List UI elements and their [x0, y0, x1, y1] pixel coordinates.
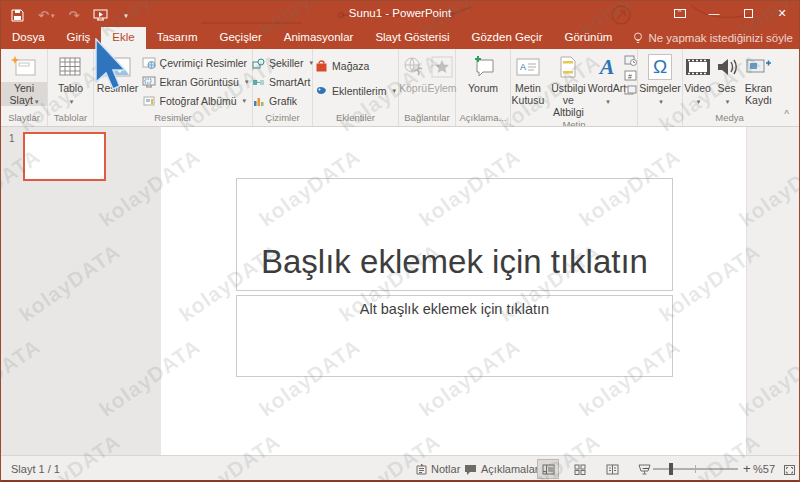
new-slide-button[interactable]: Yeni Slayt▾	[1, 49, 47, 111]
store-button[interactable]: Mağaza	[315, 58, 396, 74]
smartart-button[interactable]: SmartArt	[252, 74, 313, 90]
group-label: Medya	[683, 111, 776, 126]
subtitle-placeholder-text: Alt başlık eklemek için tıklatın	[237, 296, 672, 317]
slide-counter: Slayt 1 / 1	[11, 463, 60, 475]
header-footer-icon	[559, 54, 577, 80]
subtitle-placeholder[interactable]: Alt başlık eklemek için tıklatın	[236, 295, 673, 377]
ribbon: Yeni Slayt▾ Slaytlar Tablo▾ Tablolar Res…	[1, 49, 799, 127]
wordart-button[interactable]: A WordArt▾	[592, 49, 622, 118]
object-icon[interactable]	[624, 85, 637, 96]
zoom-in-button[interactable]: +	[743, 461, 751, 476]
tab-giris[interactable]: Giriş	[56, 27, 102, 49]
zoom-slider-center-tick	[695, 465, 696, 473]
slide-thumbnail-panel: 1	[1, 127, 161, 455]
screen-recording-icon	[746, 54, 772, 80]
reading-view-button[interactable]	[601, 459, 623, 479]
my-addins-button[interactable]: Eklentilerim▾	[315, 83, 396, 99]
group-resimler: Resimler Çevrimiçi Resimler Ekran Görünt…	[94, 49, 253, 126]
tab-ekle[interactable]: Ekle	[101, 27, 145, 49]
redo-button[interactable]: ↷	[68, 9, 79, 22]
tab-gozden-gecir[interactable]: Gözden Geçir	[461, 27, 554, 49]
comments-button[interactable]: Açıklamalar	[464, 460, 538, 478]
start-slideshow-button[interactable]	[93, 9, 108, 21]
normal-view-button[interactable]	[537, 459, 559, 479]
ribbon-display-options-button[interactable]	[663, 1, 697, 25]
powerpoint-window: ↶▾ ↷ ▾ Sunu1 - PowerPoint — ✕ Dosya Giri…	[0, 0, 800, 482]
maximize-button[interactable]	[731, 1, 765, 25]
slide-thumbnail[interactable]	[23, 132, 106, 181]
slide-canvas[interactable]: Başlık eklemek için tıklatın Alt başlık …	[161, 127, 746, 455]
lightbulb-icon	[633, 32, 643, 45]
svg-text:A: A	[520, 62, 526, 72]
hyperlink-button: Köprü	[399, 49, 427, 111]
group-metin: A Metin Kutusu Üstbilgi ve Altbilgi A Wo…	[511, 49, 638, 126]
group-label: Slaytlar	[1, 111, 47, 126]
chart-button[interactable]: Grafik	[252, 93, 313, 109]
close-button[interactable]: ✕	[765, 1, 799, 25]
textbox-button[interactable]: A Metin Kutusu	[511, 49, 545, 118]
group-simgeler: Ω Simgeler▾	[638, 49, 683, 126]
shapes-button[interactable]: Şekiller▾	[252, 55, 313, 71]
symbols-button[interactable]: Ω Simgeler▾	[639, 49, 680, 111]
title-placeholder-text: Başlık eklemek için tıklatın	[261, 243, 648, 290]
undo-button[interactable]: ↶▾	[38, 9, 54, 22]
group-label: Eklentiler	[313, 111, 398, 126]
slide-number-icon[interactable]: #	[624, 70, 637, 81]
omega-icon: Ω	[648, 54, 672, 80]
tab-slayt-gosterisi[interactable]: Slayt Gösterisi	[364, 27, 460, 49]
zoom-percentage[interactable]: %57	[753, 463, 775, 475]
quick-access-toolbar: ↶▾ ↷ ▾	[11, 4, 128, 26]
tell-me-box[interactable]: Ne yapmak istediğinizi söyle	[623, 27, 800, 49]
photo-album-icon	[142, 95, 156, 107]
group-label	[638, 111, 682, 126]
vertical-scrollbar-area[interactable]	[746, 127, 800, 455]
maximize-icon	[744, 9, 753, 18]
window-controls: — ✕	[663, 1, 799, 25]
collapse-ribbon-button[interactable]: ^	[784, 109, 789, 120]
fit-to-window-button[interactable]	[778, 460, 800, 480]
header-footer-button[interactable]: Üstbilgi ve Altbilgi	[547, 49, 590, 118]
group-label: Tablolar	[48, 111, 93, 126]
slide-number-label: 1	[9, 133, 15, 144]
new-slide-icon	[11, 54, 37, 80]
minimize-button[interactable]: —	[697, 1, 731, 25]
table-button[interactable]: Tablo▾	[58, 49, 83, 111]
screen-recording-button[interactable]: Ekran Kaydı	[742, 49, 776, 111]
group-medya: Video▾ Ses▾ Ekran Kaydı Medya	[683, 49, 776, 126]
tab-gecisler[interactable]: Geçişler	[209, 27, 273, 49]
online-pictures-button[interactable]: Çevrimiçi Resimler	[142, 55, 249, 71]
photo-album-button[interactable]: Fotoğraf Albümü▾	[142, 93, 249, 109]
save-icon	[11, 9, 24, 22]
group-label: Açıklama...	[456, 111, 510, 126]
action-icon	[431, 54, 453, 80]
zoom-out-button[interactable]: −	[642, 461, 650, 476]
chart-icon	[252, 96, 265, 107]
svg-text:#: #	[628, 73, 632, 80]
audio-button[interactable]: Ses▾	[715, 49, 739, 111]
date-time-icon[interactable]	[624, 55, 637, 66]
tab-tasarim[interactable]: Tasarım	[146, 27, 209, 49]
slide-sorter-view-button[interactable]	[569, 459, 591, 479]
tab-dosya[interactable]: Dosya	[1, 27, 56, 49]
video-button[interactable]: Video▾	[684, 49, 712, 111]
save-button[interactable]	[11, 9, 24, 22]
comment-button[interactable]: Yorum	[468, 49, 498, 111]
tab-gorunum[interactable]: Görünüm	[553, 27, 623, 49]
reading-view-icon	[606, 464, 619, 475]
customize-qat-button[interactable]: ▾	[122, 12, 128, 19]
table-icon	[59, 54, 81, 80]
tab-animasyonlar[interactable]: Animasyonlar	[273, 27, 365, 49]
group-label: Çizimler	[253, 111, 312, 126]
screenshot-button[interactable]: Ekran Görüntüsü▾	[142, 74, 249, 90]
comments-icon	[464, 464, 477, 475]
notes-icon	[416, 463, 427, 475]
title-placeholder[interactable]: Başlık eklemek için tıklatın	[236, 178, 673, 291]
pictures-button[interactable]: Resimler	[98, 49, 138, 111]
video-icon	[685, 54, 711, 80]
fit-to-window-icon	[783, 464, 796, 476]
notes-button[interactable]: Notlar	[416, 460, 460, 478]
online-pictures-icon	[142, 57, 156, 69]
zoom-slider-thumb[interactable]	[669, 463, 673, 475]
smartart-icon	[252, 77, 265, 88]
action-button: Eylem	[429, 49, 455, 111]
